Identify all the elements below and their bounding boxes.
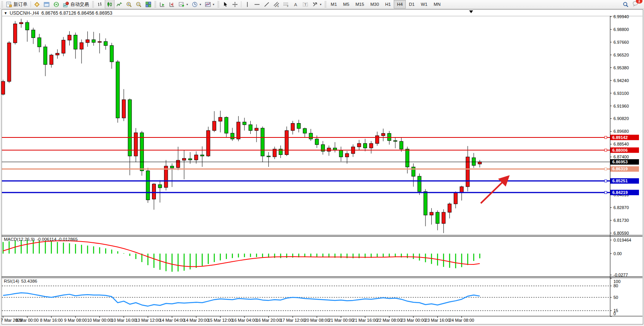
timeframe-h1[interactable]: H1 (382, 0, 394, 9)
search-icon (623, 2, 629, 7)
price-tick-label: 6.89680 (613, 129, 629, 134)
line-handle[interactable] (605, 180, 607, 182)
price-line-label: 6.89142 (612, 135, 628, 140)
candle (261, 128, 264, 156)
chart-shift-button[interactable] (167, 0, 177, 9)
time-tick-label: 9 Mar 08:00 (64, 318, 87, 323)
candle (32, 30, 35, 38)
chart-window-button[interactable] (42, 0, 51, 9)
candle (466, 157, 470, 187)
signal-button[interactable] (51, 0, 61, 9)
line-handle[interactable] (605, 191, 607, 194)
tile-windows-button[interactable] (143, 0, 153, 9)
time-tick-label: 13 Mar 12:00 (135, 318, 161, 323)
separator (241, 1, 241, 7)
timeframe-m1[interactable]: M1 (328, 0, 340, 9)
candle (478, 162, 482, 164)
candle (231, 133, 234, 139)
rsi-tick-label: 100 (613, 279, 620, 284)
dropdown-caret: ▾ (200, 3, 201, 6)
timeframe-m15[interactable]: M15 (352, 0, 367, 9)
dropdown-caret: ▾ (186, 3, 188, 6)
line-handle[interactable] (605, 168, 607, 170)
dropdown-caret: ▾ (320, 3, 321, 6)
candle (188, 159, 192, 160)
crosshair-button[interactable] (230, 0, 240, 9)
auto-scroll-button[interactable] (157, 0, 167, 9)
arrows-button[interactable]: ▾ (310, 0, 323, 9)
timeframe-m30[interactable]: M30 (367, 0, 382, 9)
price-tick-label: 6.82870 (613, 205, 629, 210)
candle (122, 100, 126, 118)
candle (183, 158, 186, 160)
new-chart-button[interactable]: ▾ (177, 0, 190, 9)
candle (2, 81, 5, 94)
toolbar-grip[interactable] (1, 1, 3, 7)
candle (339, 150, 343, 157)
candle (104, 41, 108, 45)
toolbar-grip[interactable] (154, 1, 156, 7)
macd-signal-line (3, 241, 480, 267)
price-tick-label: 6.81730 (613, 218, 629, 223)
price-tick-label: 6.93100 (613, 91, 629, 96)
line-chart-button[interactable] (114, 0, 124, 9)
bar-chart-button[interactable] (95, 0, 105, 9)
trendline-button[interactable] (262, 0, 272, 9)
timeframe-m5[interactable]: M5 (340, 0, 352, 9)
candle (128, 100, 132, 156)
chart-symbol-period: USDCNH-,H4 (10, 10, 39, 16)
candle (448, 204, 451, 213)
candle (400, 141, 403, 149)
macd-tick-label: -0.0277 (613, 273, 628, 277)
candle (74, 35, 77, 49)
new-order-icon (6, 2, 12, 7)
candlestick-chart-button[interactable] (105, 0, 114, 9)
new-order-button[interactable]: 新订单 (4, 0, 29, 9)
toolbar-grip[interactable] (325, 1, 326, 7)
time-tick-label: 8 Mar 00:00 (16, 318, 39, 323)
auto-trading-label: 自动交易 (70, 1, 89, 8)
fibonacci-button[interactable]: F (281, 0, 291, 9)
candle (68, 35, 71, 40)
line-handle[interactable] (605, 136, 607, 139)
text-button[interactable]: A (291, 0, 301, 9)
main-toolbar: 新订单 自动交易 (0, 0, 644, 9)
timeframe-mn[interactable]: MN (430, 0, 444, 9)
auto-trading-button[interactable]: 自动交易 (61, 0, 91, 9)
time-tick-label: 21 Mar 00:00 (328, 318, 354, 323)
equidistant-channel-button[interactable]: E (272, 0, 281, 9)
vertical-line-button[interactable] (243, 0, 252, 9)
cursor-button[interactable] (220, 0, 230, 9)
candle (243, 122, 246, 125)
text-label-button[interactable]: T (301, 0, 310, 9)
timeframe-d1[interactable]: D1 (406, 0, 418, 9)
templates-button[interactable]: ▾ (203, 0, 216, 9)
collapse-triangle-icon[interactable]: ▼ (4, 11, 7, 15)
candle (424, 192, 427, 215)
zoom-in-button[interactable] (124, 0, 134, 9)
svg-text:F: F (287, 5, 289, 7)
search-button[interactable] (621, 0, 630, 9)
candle (200, 155, 204, 156)
clock-icon (192, 2, 198, 7)
horizontal-line-button[interactable] (252, 0, 262, 9)
notifications-button[interactable]: 1 (630, 0, 640, 9)
rsi-label: RSI(14)53.4386 (4, 279, 37, 283)
periods-button[interactable]: ▾ (190, 0, 203, 9)
candle (92, 40, 96, 43)
time-tick-label: 17 Mar 12:00 (280, 318, 305, 323)
chart-canvas[interactable]: 6.999406.988006.976606.965206.953806.942… (0, 9, 644, 326)
candle (309, 133, 313, 139)
candle (140, 133, 143, 171)
zoom-out-button[interactable] (134, 0, 143, 9)
toolbar-grip[interactable] (217, 1, 219, 7)
toolbar-grip[interactable] (92, 1, 94, 7)
market-box-button[interactable] (32, 0, 42, 9)
line-handle[interactable] (605, 149, 607, 151)
candle (255, 128, 258, 130)
chart-title: ▼ USDCNH-,H4 6.86765 6.87126 6.86456 6.8… (4, 10, 112, 16)
timeframe-h4[interactable]: H4 (394, 0, 406, 9)
timeframe-w1[interactable]: W1 (418, 0, 430, 9)
candle (291, 124, 294, 130)
candle (152, 184, 156, 199)
